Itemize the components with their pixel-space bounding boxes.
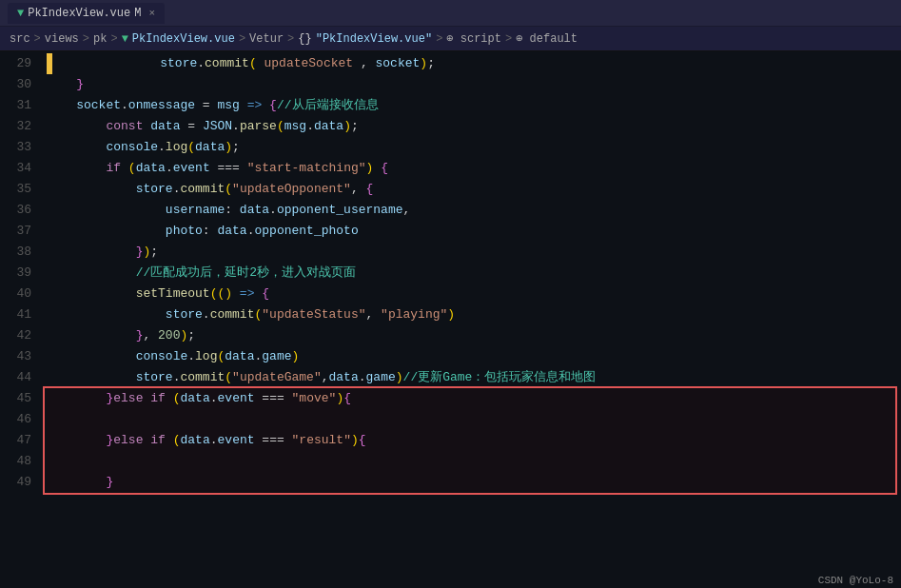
line-num-42: 42 [8,325,31,346]
code-line-29: store.commit( updateSocket , socket); [47,53,901,74]
line-num-29: 29 [8,53,31,74]
line-num-31: 31 [8,95,31,116]
breadcrumb: src > views > pk > ▼ PkIndexView.vue > V… [0,27,901,51]
breadcrumb-script: ⊕ script [446,31,501,46]
code-line-46 [47,409,901,430]
breadcrumb-bracket: {} [298,32,311,46]
line-num-32: 32 [8,116,31,137]
line-num-46: 46 [8,409,31,430]
code-line-45: }else if (data.event === "move"){ [47,388,901,409]
code-line-31: socket.onmessage = msg => {//从后端接收信息 [47,95,901,116]
breadcrumb-vue-icon: ▼ [122,32,128,46]
close-tab-button[interactable]: × [148,8,155,19]
line-num-44: 44 [8,367,31,388]
code-line-39: //匹配成功后，延时2秒，进入对战页面 [47,263,901,284]
code-line-37: photo: data.opponent_photo [47,221,901,242]
code-line-42: }, 200); [47,325,901,346]
status-text: CSDN @YoLo-8 [818,575,893,586]
code-line-32: const data = JSON.parse(msg.data); [47,116,901,137]
breadcrumb-filename: PkIndexView.vue [132,32,235,46]
line-num-49: 49 [8,472,31,493]
code-container: 29 30 31 32 33 34 35 36 37 38 39 40 41 4… [0,51,901,588]
modified-indicator: M [134,7,141,20]
code-line-47: }else if (data.event === "result"){ [47,430,901,451]
sep1: > [34,32,41,46]
code-line-44: store.commit("updateGame",data.game)//更新… [47,367,901,388]
breadcrumb-views: views [45,32,79,46]
breadcrumb-vetur: Vetur [249,32,284,46]
code-line-41: store.commit("updateStatus", "playing") [47,304,901,325]
sep7: > [505,32,512,46]
status-bar: CSDN @YoLo-8 [811,573,901,588]
line-num-47: 47 [8,430,31,451]
breadcrumb-pk: pk [93,32,107,46]
code-line-33: console.log(data); [47,137,901,158]
line-num-43: 43 [8,346,31,367]
line-num-38: 38 [8,242,31,263]
sep4: > [239,32,245,46]
code-line-49: } [47,472,901,493]
line-num-33: 33 [8,137,31,158]
line-num-45: 45 [8,388,31,409]
title-bar: ▼ PkIndexView.vue M × [0,0,901,27]
tab-filename: PkIndexView.vue [28,7,130,20]
line-num-35: 35 [8,179,31,200]
code-line-43: console.log(data.game) [47,346,901,367]
code-line-30: } [47,74,901,95]
code-line-36: username: data.opponent_username, [47,200,901,221]
line-num-36: 36 [8,200,31,221]
file-tab[interactable]: ▼ PkIndexView.vue M × [8,3,165,24]
code-line-40: setTimeout(() => { [47,284,901,304]
line-num-30: 30 [8,74,31,95]
code-lines: store.commit( updateSocket , socket); } … [43,51,901,588]
sep2: > [83,32,89,46]
line-num-37: 37 [8,221,31,242]
line-num-34: 34 [8,158,31,179]
code-line-38: }); [47,242,901,263]
sep3: > [110,32,117,46]
code-line-34: if (data.event === "start-matching") { [47,158,901,179]
breadcrumb-default: ⊕ default [516,31,578,46]
code-line-48 [47,451,901,472]
code-editor: 29 30 31 32 33 34 35 36 37 38 39 40 41 4… [0,51,901,588]
vue-icon: ▼ [17,7,24,20]
line-indicator-29 [47,53,52,74]
sep6: > [436,32,442,46]
code-line-35: store.commit("updateOpponent", { [47,179,901,200]
line-num-41: 41 [8,304,31,325]
line-num-40: 40 [8,284,31,304]
sep5: > [287,32,294,46]
breadcrumb-quoted-filename: "PkIndexView.vue" [316,32,432,46]
line-numbers: 29 30 31 32 33 34 35 36 37 38 39 40 41 4… [0,51,43,588]
line-num-48: 48 [8,451,31,472]
line-num-39: 39 [8,263,31,284]
breadcrumb-src: src [10,32,30,46]
